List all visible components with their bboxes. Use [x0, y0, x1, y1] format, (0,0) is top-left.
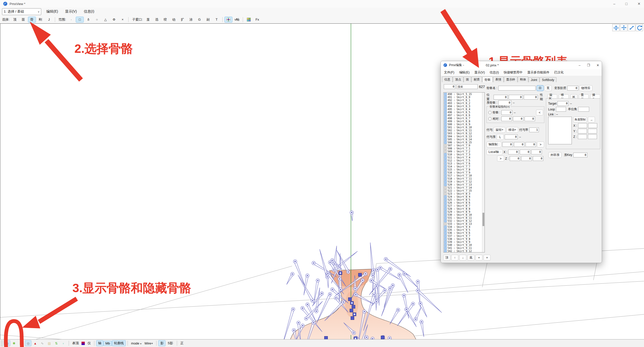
toolbar-button-δ[interactable]: δ — [84, 17, 92, 23]
bone-list-row[interactable]: 529 : Skirt_8_9 — [444, 210, 485, 213]
ik-loop-input[interactable] — [556, 107, 566, 112]
dialog-menu-item-1[interactable]: 编辑(E) — [459, 70, 470, 75]
toolbar-button-×[interactable]: × — [118, 17, 127, 23]
toolbar-button-□[interactable]: □ — [76, 17, 84, 23]
bone-checkbox[interactable] — [444, 201, 447, 204]
position-y-input[interactable] — [509, 95, 523, 100]
bone-checkbox[interactable] — [444, 162, 447, 165]
bone-list-row[interactable]: 535 : Skirt_9_5 — [444, 228, 485, 231]
dialog-menu-item-0[interactable]: 文件(F) — [444, 70, 454, 75]
bone-list-row[interactable]: 495 : Skirt_6_4 — [444, 108, 485, 111]
toolbar-button-骨[interactable]: 骨 — [28, 17, 36, 23]
local-axis-button[interactable]: Local轴 : — [487, 149, 502, 155]
hatch2-icon[interactable]: ▨ — [46, 340, 53, 346]
bone-checkbox[interactable] — [444, 153, 447, 156]
bone-checkbox[interactable] — [444, 93, 447, 96]
bone-list-row[interactable]: 503 : Skirt_6_12 — [444, 132, 485, 135]
bone-checkbox[interactable] — [444, 138, 447, 141]
external-parent-button[interactable]: 外部亲 — [548, 152, 561, 158]
axis-limit-x[interactable] — [502, 142, 513, 147]
bone-list-row[interactable]: 506 : Skirt_6_15 — [444, 141, 485, 144]
toolbar-button-G[interactable]: G — [195, 17, 204, 23]
local-x1[interactable] — [508, 150, 519, 154]
ik-target-input[interactable] — [557, 101, 569, 106]
local-x3[interactable] — [531, 150, 542, 154]
ik-z-min[interactable] — [578, 134, 587, 139]
bone-checkbox[interactable] — [444, 210, 447, 213]
tail-offset-z[interactable] — [525, 116, 535, 121]
list-button-1[interactable]: ↑ — [451, 255, 458, 261]
menu-item-1[interactable]: 显示(V) — [62, 8, 80, 16]
tab-SoftBody[interactable]: SoftBody — [540, 77, 556, 82]
tail-offset-x[interactable] — [501, 116, 512, 121]
bone-checkbox[interactable] — [444, 120, 447, 123]
grant-parent-input[interactable] — [505, 135, 518, 139]
orbit-camera-button[interactable] — [612, 24, 620, 31]
tail-bone-input[interactable] — [501, 110, 512, 115]
tab-显示枠[interactable]: 显示枠 — [504, 76, 517, 82]
rotate-camera-button[interactable] — [636, 24, 643, 31]
bone-list-row[interactable]: 491 : Skirt_6_0 — [444, 96, 485, 99]
bone-list-row[interactable]: 519 : Skirt_7_12 — [444, 180, 485, 183]
bone-checkbox[interactable] — [444, 105, 447, 108]
show-bones-icon[interactable]: ◎ — [4, 340, 10, 346]
ik-y-max[interactable] — [588, 129, 597, 134]
grant-rotate-button[interactable]: 旋转+ — [494, 127, 505, 133]
bone-list-row[interactable]: 498 : Skirt_6_7 — [444, 117, 485, 120]
tail-pick-button[interactable]: < — [536, 110, 543, 115]
position-z-input[interactable] — [524, 95, 538, 100]
bone-checkbox[interactable] — [444, 189, 447, 192]
ik-link-listbox[interactable] — [548, 117, 572, 144]
local-z1[interactable] — [510, 156, 520, 161]
bone-checkbox[interactable] — [444, 114, 447, 117]
bone-name-input[interactable] — [498, 86, 536, 91]
ik-unit-angle-input[interactable] — [578, 107, 589, 112]
only-label[interactable]: 仅 — [86, 340, 92, 346]
bone-checkbox[interactable] — [444, 171, 447, 174]
close-button[interactable]: ✕ — [637, 2, 640, 6]
grant-parent-l-button[interactable]: L — [497, 134, 504, 140]
bone-checkbox[interactable] — [444, 216, 447, 219]
bone-list-row[interactable]: 504 : Skirt_6_13 — [444, 135, 485, 138]
bone-list-row[interactable]: 515 : Skirt_7_8 — [444, 168, 485, 171]
bone-list-row[interactable]: 499 : Skirt_6_8 — [444, 120, 485, 123]
bone-list-row[interactable]: 528 : Skirt_8_8 — [444, 207, 485, 210]
wire-plus-label[interactable]: Wire+ — [143, 341, 154, 346]
bone-checkbox[interactable] — [444, 232, 447, 234]
bone-checkbox[interactable] — [444, 213, 447, 216]
tail-bone-radio[interactable] — [488, 111, 492, 114]
self-shadow-toggle[interactable]: S影 — [166, 340, 175, 346]
ik-z-max[interactable] — [588, 134, 597, 139]
dialog-titlebar[interactable]: Pmx编集 - 02.pmx * – ❐ ✕ — [441, 61, 602, 69]
bone-checkbox[interactable] — [444, 108, 447, 111]
bone-checkbox[interactable] — [444, 135, 447, 138]
toolbar-button-显[interactable]: 显 — [144, 17, 152, 23]
maximize-button[interactable]: □ — [625, 2, 627, 6]
scrollbar-thumb[interactable] — [482, 213, 484, 226]
bone-checkbox[interactable] — [444, 180, 447, 183]
bone-search-input[interactable] — [457, 84, 478, 89]
axis-limit-expand-button[interactable]: > — [537, 142, 544, 147]
toolbar-button-刚[interactable]: 刚 — [36, 17, 45, 23]
bone-checkbox[interactable] — [444, 96, 447, 99]
grant-move-button[interactable]: 移动+ — [506, 127, 518, 133]
angle-limit-arrow-button[interactable]: → — [588, 117, 595, 122]
bone-list-row[interactable]: 523 : Skirt_8_3 — [444, 192, 485, 195]
vertex-color-swatch[interactable] — [82, 342, 85, 345]
tab-信息[interactable]: 信息 — [442, 76, 453, 82]
bone-list-row[interactable]: 505 : Skirt_6_14 — [444, 138, 485, 141]
bone-list-row[interactable]: 516 : Skirt_7_9 — [444, 171, 485, 174]
tail-offset-radio[interactable] — [488, 117, 492, 120]
bone-checkbox[interactable] — [444, 99, 447, 102]
updown-arrows-icon[interactable]: ⇅ — [53, 340, 60, 346]
bone-checkbox[interactable] — [444, 150, 447, 153]
bone-list-row[interactable]: 517 : Skirt_7_10 — [444, 174, 485, 177]
bone-checkbox[interactable] — [444, 147, 447, 150]
bone-list-row[interactable]: 492 : Skirt_6_1 — [444, 99, 485, 102]
axis-toggle[interactable]: 轴 — [96, 340, 103, 346]
dialog-minimize-button[interactable]: – — [579, 63, 580, 67]
bone-checkbox[interactable] — [444, 102, 447, 105]
bone-checkbox[interactable] — [444, 247, 447, 249]
bone-checkbox[interactable] — [444, 117, 447, 120]
toolbar-button-T[interactable]: T — [213, 17, 221, 23]
